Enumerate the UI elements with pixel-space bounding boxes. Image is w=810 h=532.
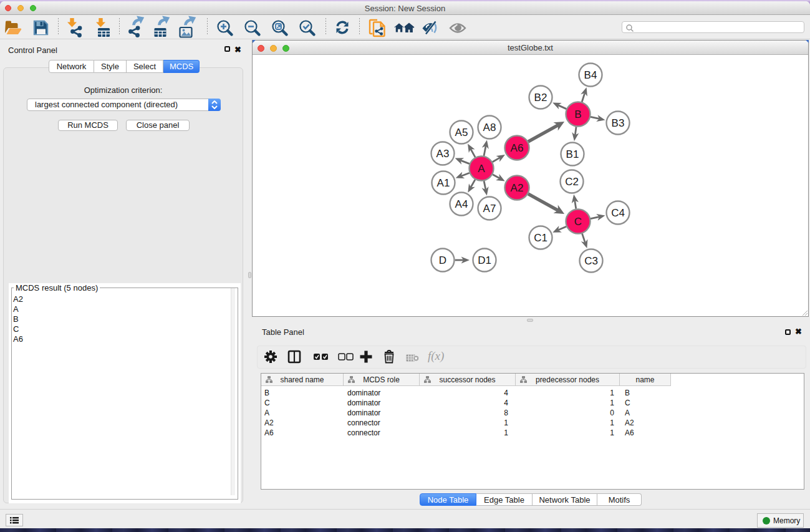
svg-text:D: D <box>439 254 446 266</box>
svg-text:C: C <box>574 216 582 228</box>
svg-text:A5: A5 <box>455 127 468 138</box>
svg-text:C1: C1 <box>534 232 547 244</box>
svg-text:A4: A4 <box>455 198 468 210</box>
svg-text:A2: A2 <box>511 182 524 194</box>
svg-text:D1: D1 <box>478 254 491 266</box>
svg-text:A6: A6 <box>511 142 524 154</box>
svg-text:B1: B1 <box>566 148 579 160</box>
svg-text:C2: C2 <box>565 176 579 188</box>
svg-text:A7: A7 <box>483 203 496 215</box>
svg-text:B: B <box>574 109 581 120</box>
svg-text:B3: B3 <box>612 117 625 129</box>
svg-text:A3: A3 <box>436 148 450 160</box>
svg-text:C4: C4 <box>611 207 625 219</box>
svg-text:A: A <box>478 163 485 175</box>
svg-text:B2: B2 <box>534 92 547 104</box>
svg-text:A1: A1 <box>437 177 450 189</box>
svg-text:B4: B4 <box>584 69 597 81</box>
svg-text:C3: C3 <box>584 255 598 267</box>
svg-text:A8: A8 <box>483 122 496 133</box>
